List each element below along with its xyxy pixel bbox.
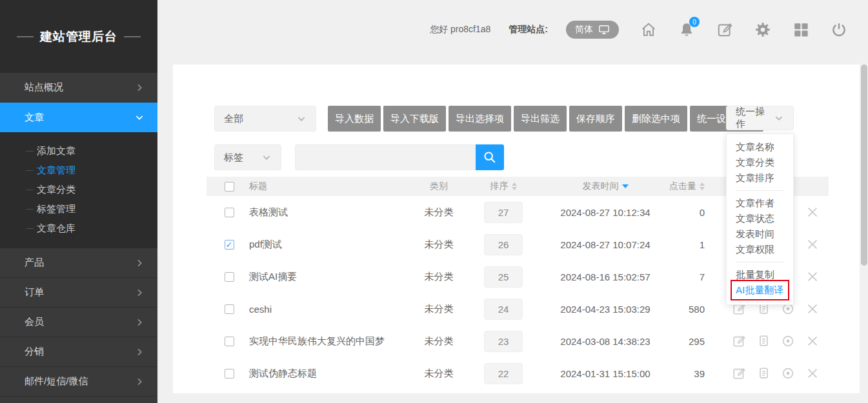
menu-item-article-permission[interactable]: 文章权限 xyxy=(727,242,793,257)
export-selected-button[interactable]: 导出选择项 xyxy=(449,106,511,132)
scrollbar-thumb[interactable] xyxy=(861,64,867,266)
sort-value[interactable]: 23 xyxy=(484,331,523,352)
menu-divider xyxy=(736,190,784,191)
submenu-item-article-manage[interactable]: 文章管理 xyxy=(0,161,157,180)
close-icon xyxy=(805,334,820,348)
chevron-right-icon xyxy=(134,258,145,268)
sidebar-item-mail-sms-wechat[interactable]: 邮件/短信/微信 xyxy=(0,367,157,397)
menu-item-article-category[interactable]: 文章分类 xyxy=(727,155,793,170)
edit-site-button[interactable] xyxy=(716,21,733,38)
menu-item-batch-copy[interactable]: 批量复制 xyxy=(727,267,793,282)
chevron-down-icon xyxy=(261,152,272,162)
import-data-button[interactable]: 导入数据 xyxy=(328,106,381,132)
sort-value[interactable]: 26 xyxy=(484,234,523,255)
notification-badge: 0 xyxy=(689,17,700,27)
search-button[interactable] xyxy=(476,144,504,170)
eye-icon xyxy=(781,334,795,348)
unified-actions-dropdown-button[interactable]: 统一操作 xyxy=(726,106,794,130)
col-clicks[interactable]: 点击量 xyxy=(658,177,705,196)
sort-value[interactable]: 24 xyxy=(484,299,523,320)
chevron-right-icon xyxy=(134,347,145,357)
menu-item-article-sort[interactable]: 文章排序 xyxy=(727,170,793,186)
article-title[interactable]: 测试伪静态标题 xyxy=(249,357,317,389)
menu-item-article-name[interactable]: 文章名称 xyxy=(727,139,793,155)
click-count: 580 xyxy=(658,293,705,325)
preview-row-button[interactable] xyxy=(781,334,795,348)
col-publish-time[interactable]: 发表时间 xyxy=(547,177,663,196)
click-count: 39 xyxy=(658,357,705,389)
menu-item-publish-time[interactable]: 发表时间 xyxy=(727,226,793,242)
sort-value[interactable]: 22 xyxy=(484,363,523,384)
export-filtered-button[interactable]: 导出筛选 xyxy=(514,106,567,132)
copy-row-button[interactable] xyxy=(756,334,771,348)
click-count: 1 xyxy=(658,228,705,260)
row-checkbox[interactable] xyxy=(225,304,234,314)
edit-row-button[interactable] xyxy=(732,366,746,380)
menu-item-ai-batch-translate[interactable]: AI批量翻译 xyxy=(727,282,793,298)
publish-time: 2024-01-31 15:15:00 xyxy=(547,357,663,389)
select-all-checkbox[interactable] xyxy=(225,182,234,192)
delete-row-button[interactable] xyxy=(805,270,820,284)
sort-value[interactable]: 27 xyxy=(484,202,523,223)
top-header: 您好 pro8cf1a8 管理站点: 简体 0 xyxy=(157,0,868,64)
row-checkbox[interactable] xyxy=(225,369,234,378)
sidebar: 建站管理后台 站点概况 文章 添加文章 文章管理 文章分类 标签管理 文章仓库 … xyxy=(0,0,157,403)
notifications-button[interactable]: 0 xyxy=(678,21,695,38)
articles-submenu: 添加文章 文章管理 文章分类 标签管理 文章仓库 xyxy=(0,132,157,248)
settings-button[interactable] xyxy=(754,21,771,38)
title-dash-right xyxy=(124,36,141,37)
menu-item-article-author[interactable]: 文章作者 xyxy=(727,195,793,211)
edit-icon xyxy=(732,334,746,348)
submenu-item-article-category[interactable]: 文章分类 xyxy=(0,180,157,199)
delete-row-button[interactable] xyxy=(805,366,820,380)
submenu-item-add-article[interactable]: 添加文章 xyxy=(0,141,157,161)
delete-selected-button[interactable]: 删除选中项 xyxy=(625,106,687,132)
delete-row-button[interactable] xyxy=(805,334,820,348)
row-checkbox[interactable] xyxy=(225,208,234,217)
col-sort[interactable]: 排序 xyxy=(484,177,523,196)
sort-value[interactable]: 25 xyxy=(484,266,523,288)
tag-filter-select[interactable]: 标签 xyxy=(214,144,281,170)
menu-divider xyxy=(736,262,784,262)
sidebar-item-orders[interactable]: 订单 xyxy=(0,278,157,308)
sidebar-item-products[interactable]: 产品 xyxy=(0,248,157,278)
click-count: 7 xyxy=(658,260,705,293)
category-filter-select[interactable]: 全部 xyxy=(214,106,316,132)
home-button[interactable] xyxy=(640,21,657,38)
copy-row-button[interactable] xyxy=(756,366,771,380)
submenu-item-tag-manage[interactable]: 标签管理 xyxy=(0,199,157,219)
edit-row-button[interactable] xyxy=(732,334,746,348)
apps-button[interactable] xyxy=(792,21,809,38)
article-title[interactable]: 表格测试 xyxy=(249,196,288,228)
table-row: 实现中华民族伟大复兴的中国梦 未分类 23 2024-03-08 14:38:2… xyxy=(207,325,829,357)
sidebar-item-site-overview[interactable]: 站点概况 xyxy=(0,73,157,103)
article-title[interactable]: ceshi xyxy=(249,293,272,325)
sidebar-item-articles[interactable]: 文章 xyxy=(0,103,157,132)
vertical-scrollbar[interactable] xyxy=(860,61,868,403)
article-title[interactable]: 实现中华民族伟大复兴的中国梦 xyxy=(249,325,385,357)
submenu-item-article-warehouse[interactable]: 文章仓库 xyxy=(0,219,157,238)
unified-actions-menu: 文章名称 文章分类 文章排序 文章作者 文章状态 发表时间 文章权限 批量复制 … xyxy=(726,133,794,305)
search-bar xyxy=(295,144,504,170)
row-checkbox[interactable] xyxy=(225,240,234,250)
menu-item-article-status[interactable]: 文章状态 xyxy=(727,211,793,226)
preview-row-button[interactable] xyxy=(781,366,795,380)
search-icon xyxy=(483,150,497,164)
delete-row-button[interactable] xyxy=(805,237,820,251)
language-site-button[interactable]: 简体 xyxy=(566,21,619,39)
sidebar-item-distribution[interactable]: 分销 xyxy=(0,337,157,367)
row-checkbox[interactable] xyxy=(225,272,234,282)
save-order-button[interactable]: 保存顺序 xyxy=(569,106,622,132)
edit-icon xyxy=(716,21,733,38)
logout-button[interactable] xyxy=(831,21,847,38)
article-title[interactable]: 测试AI摘要 xyxy=(249,260,297,293)
delete-row-button[interactable] xyxy=(805,302,820,316)
search-input[interactable] xyxy=(295,144,476,170)
article-title[interactable]: pdf测试 xyxy=(249,228,282,260)
import-download-button[interactable]: 导入下载版 xyxy=(383,106,446,132)
article-category: 未分类 xyxy=(400,357,478,389)
delete-row-button[interactable] xyxy=(805,205,820,219)
sidebar-item-members[interactable]: 会员 xyxy=(0,308,157,337)
article-category: 未分类 xyxy=(400,293,478,325)
row-checkbox[interactable] xyxy=(225,337,234,346)
